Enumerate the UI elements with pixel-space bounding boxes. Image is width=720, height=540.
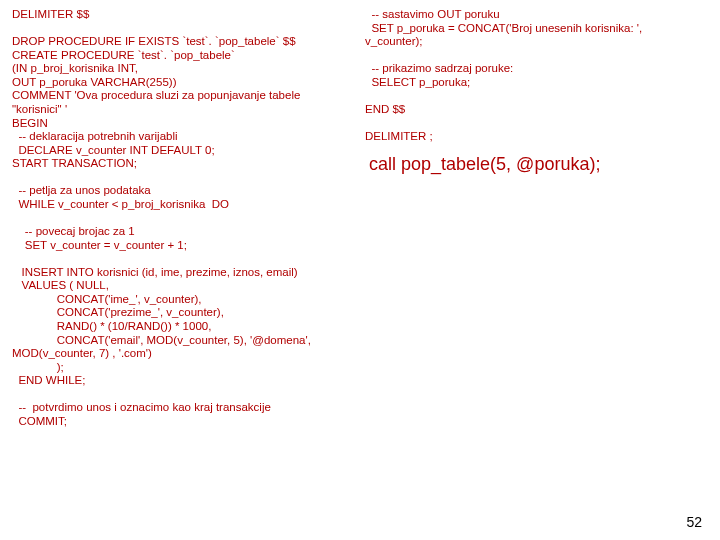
sql-code-left: DELIMITER $$ DROP PROCEDURE IF EXISTS `t… (12, 8, 357, 428)
call-statement: call pop_tabele(5, @poruka); (369, 154, 708, 176)
sql-code-right: -- sastavimo OUT poruku SET p_poruka = C… (365, 8, 708, 144)
page-number: 52 (686, 514, 702, 530)
